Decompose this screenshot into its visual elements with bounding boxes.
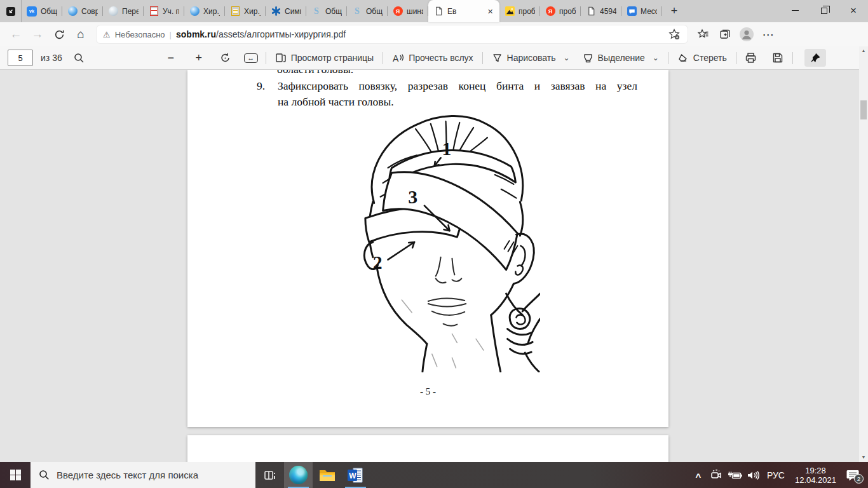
page-view-label: Просмотр страницы [291, 53, 374, 63]
browser-tab[interactable]: 45949 [581, 0, 621, 22]
profile-button[interactable] [737, 25, 756, 44]
yandex-favicon-icon: Я [393, 6, 403, 17]
refresh-button[interactable] [50, 25, 69, 44]
add-favorite-button[interactable] [667, 27, 681, 41]
browser-tab[interactable]: Ев× [428, 0, 499, 22]
read-aloud-button[interactable]: A Прочесть вслух [390, 49, 475, 67]
messenger-favicon-icon [627, 6, 637, 17]
tab-label: Симпт [285, 7, 301, 16]
speaker-icon [747, 470, 759, 480]
taskbar-explorer-button[interactable] [313, 462, 341, 488]
more-menu-button[interactable]: ⋯ [759, 25, 778, 44]
svg-text:W: W [349, 471, 356, 480]
read-aloud-label: Прочесть вслух [409, 53, 473, 63]
pdf-page-5: области головы. 9. Зафиксировать повязку… [187, 70, 668, 427]
page-view-icon [275, 52, 287, 64]
draw-dropdown-icon[interactable]: ⌄ [564, 53, 570, 62]
rotate-button[interactable] [217, 49, 234, 67]
page-number-input[interactable] [8, 50, 33, 66]
address-bar[interactable]: ⚠ Небезопасно | sobmk.ru/assets/алгоритм… [97, 25, 688, 43]
highlight-dropdown-icon[interactable]: ⌄ [653, 53, 659, 62]
start-button[interactable] [0, 462, 31, 488]
vertical-scrollbar[interactable]: ▲ ▼ [859, 46, 868, 462]
taskbar-search-input[interactable] [57, 470, 234, 480]
save-button[interactable] [770, 49, 786, 67]
tab-bar: vkОбщаяСовреПерелУч. поХир._мХир._мСимпт… [0, 0, 868, 22]
eraser-icon [677, 53, 689, 63]
draw-button[interactable]: Нарисовать ⌄ [489, 49, 573, 67]
tab-label: Хир._м [203, 7, 220, 16]
browser-tab[interactable]: Хир._м [184, 0, 225, 22]
minimize-button[interactable] [780, 0, 810, 21]
browser-tab[interactable]: проба [499, 0, 540, 22]
close-button[interactable]: × [839, 0, 868, 21]
pdf-toolbar: из 36 − + ↔ Просмотр страницы A Прочесть… [0, 46, 868, 70]
browser-tab[interactable]: Симпт [266, 0, 306, 22]
browser-tab[interactable]: Хир._м [225, 0, 266, 22]
refresh-icon [54, 29, 65, 40]
scroll-down-arrow[interactable]: ▼ [862, 453, 866, 462]
item-text-line1: Зафиксировать повязку, разрезав конец би… [278, 78, 637, 94]
favorites-button[interactable] [694, 25, 713, 44]
language-indicator[interactable]: РУС [762, 462, 790, 488]
tab-label: шина к [407, 7, 423, 16]
browser-tab[interactable]: Яшина к [388, 0, 428, 22]
clock[interactable]: 19:2812.04.2021 [790, 462, 841, 488]
browser-tab[interactable]: Уч. по [144, 0, 184, 22]
browser-tab[interactable]: Япроба [540, 0, 581, 22]
scroll-up-arrow[interactable]: ▲ [862, 46, 866, 55]
highlight-button[interactable]: Выделение ⌄ [580, 49, 661, 67]
print-icon [745, 52, 757, 64]
tray-expand-button[interactable]: ^ [689, 462, 707, 488]
pdf-page-6 [187, 435, 668, 462]
browser-tab[interactable]: Совре [62, 0, 103, 22]
volume-button[interactable] [744, 462, 762, 488]
tab-label: 45949 [600, 7, 616, 16]
bandage-figure: 1 3 2 [358, 107, 540, 375]
tab-close-icon[interactable]: × [486, 6, 494, 17]
pin-icon [810, 53, 820, 63]
taskbar-search[interactable] [31, 462, 255, 488]
highlighter-icon [583, 53, 593, 64]
s-blue-favicon-icon: S [311, 6, 322, 17]
favorites-list-icon [697, 28, 710, 41]
browser-tab[interactable]: vkОбщая [22, 0, 62, 22]
print-button[interactable] [743, 49, 759, 67]
meet-now-button[interactable] [707, 462, 725, 488]
home-button[interactable]: ⌂ [71, 25, 90, 44]
highlight-label: Выделение [598, 53, 645, 63]
taskbar-edge-button[interactable] [284, 462, 313, 488]
fit-width-button[interactable]: ↔ [243, 49, 259, 67]
page-view-button[interactable]: Просмотр страницы [273, 49, 376, 67]
erase-button[interactable]: Стереть [675, 49, 729, 67]
collections-button[interactable] [715, 25, 735, 44]
url-text[interactable]: sobmk.ru/assets/алгоритмы-хирургия.pdf [176, 29, 663, 39]
forward-button[interactable]: → [28, 25, 47, 44]
window-controls: × [780, 0, 868, 22]
battery-button[interactable] [725, 462, 744, 488]
sphere-blue-favicon-icon [189, 6, 200, 17]
restore-button[interactable] [810, 0, 839, 21]
new-tab-button[interactable]: + [665, 2, 684, 21]
taskbar-word-button[interactable]: W [341, 462, 370, 488]
vertical-tabs-button[interactable] [0, 0, 22, 22]
tab-label: Общая [325, 7, 342, 16]
doc-gray-favicon-icon [433, 6, 444, 17]
pdf-search-button[interactable] [71, 49, 88, 67]
browser-tab[interactable]: SОбщая [347, 0, 388, 22]
security-label[interactable]: Небезопасно [115, 30, 165, 39]
star-of-life-favicon-icon [271, 6, 281, 17]
browser-tab[interactable]: Мессе [621, 0, 662, 22]
back-button[interactable]: ← [6, 25, 25, 44]
zoom-in-button[interactable]: + [191, 49, 207, 67]
browser-tab[interactable]: Перел [103, 0, 144, 22]
image-favicon-icon [505, 6, 515, 17]
browser-tab[interactable]: SОбщая [306, 0, 347, 22]
task-view-button[interactable] [255, 462, 284, 488]
pdf-favicon-icon [149, 6, 159, 17]
pin-toolbar-button[interactable] [804, 49, 826, 67]
zoom-out-button[interactable]: − [163, 49, 179, 67]
windows-logo-icon [10, 470, 21, 480]
notification-center-button[interactable]: 2 [841, 462, 864, 488]
scrollbar-thumb[interactable] [860, 100, 867, 119]
